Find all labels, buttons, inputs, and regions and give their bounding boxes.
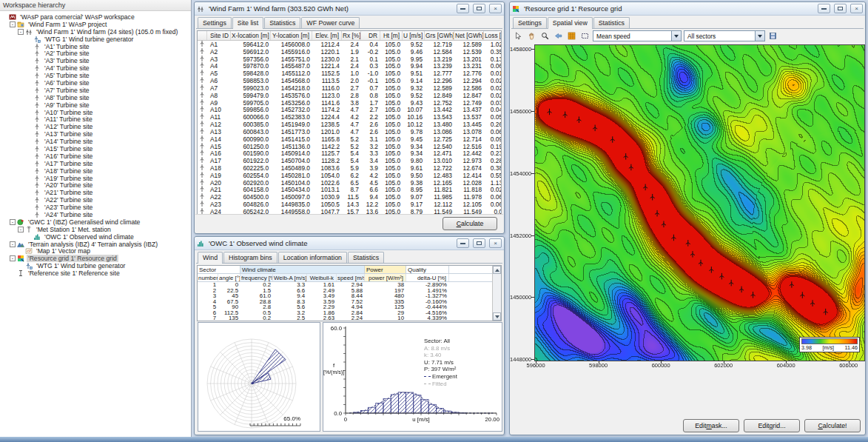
tree-item[interactable]: 'OWC 1' Observed wind climate <box>0 233 191 241</box>
back-arrow-icon[interactable] <box>553 30 564 41</box>
tree-item[interactable]: -'Wind Farm 1' Wind farm (24 sites) (105… <box>0 28 191 36</box>
minimize-icon[interactable] <box>457 4 469 13</box>
zoom-tool-icon[interactable] <box>539 30 551 41</box>
site-list-table[interactable]: Site IDX-location [m]Y-location [m]Elev.… <box>197 30 502 215</box>
tree-item[interactable]: 'A7' Turbine site <box>0 87 191 94</box>
tree-expander[interactable]: - <box>10 219 16 225</box>
table-row[interactable]: 8157.50.22.62.022.29141.569% <box>198 321 501 322</box>
tree-item[interactable]: 'A24' Turbine site <box>0 211 191 218</box>
table-row[interactable]: A20602920.01450104.01022.66.54.5105.09.3… <box>198 179 501 187</box>
table-row[interactable]: A19602554.01450281.01054.06.24.2105.09.5… <box>198 172 501 179</box>
tree-item[interactable]: 'A19' Turbine site <box>0 175 191 182</box>
tree-expander[interactable]: - <box>10 241 16 247</box>
table-row[interactable]: A3597356.01455751.01230.02.10.1105.09.95… <box>198 56 501 63</box>
calculate--button[interactable]: Calculate! <box>804 419 861 432</box>
table-row[interactable]: A1596412.01456008.01212.42.40.4105.09.52… <box>198 41 501 48</box>
table-row[interactable]: A2596912.01455916.01220.11.9-0.2105.09.4… <box>198 48 501 56</box>
table-row[interactable]: A13600843.01451773.01201.04.72.6105.09.7… <box>198 128 501 135</box>
table-row[interactable]: A23604826.01449835.01050.514.312.2105.09… <box>198 201 501 208</box>
tree-item[interactable]: 'A15' Turbine site <box>0 145 191 153</box>
resource-map[interactable] <box>534 44 865 361</box>
close-icon[interactable]: × <box>850 4 863 13</box>
tree-item[interactable]: 'A11' Turbine site <box>0 115 191 123</box>
calculate-button[interactable]: Calculate <box>443 217 497 230</box>
tree-item[interactable]: 'A18' Turbine site <box>0 167 191 175</box>
maximize-icon[interactable] <box>834 4 847 13</box>
table-row[interactable]: A7599023.01454218.01116.02.70.7105.09.32… <box>198 84 501 92</box>
table-row[interactable]: A12600385.01451949.01238.54.72.6105.010.… <box>198 121 501 128</box>
table-row[interactable]: A6598853.01454568.01113.52.0-0.1105.09.1… <box>198 77 501 84</box>
tab-site-list[interactable]: Site list <box>232 17 263 29</box>
tree-item[interactable]: 'WTG 1' Wind turbine generator <box>0 36 191 43</box>
sector-dropdown[interactable]: All sectors <box>684 30 765 41</box>
edit-grid--button[interactable]: Edit grid... <box>744 419 800 432</box>
table-row[interactable]: A18602225.01450489.01083.65.93.9105.09.6… <box>198 164 501 172</box>
grid-view-icon[interactable] <box>566 30 577 41</box>
tree-item[interactable]: 'A14' Turbine site <box>0 138 191 145</box>
maximize-icon[interactable] <box>473 4 485 13</box>
tree-item[interactable]: -'Terrain analysis (IBZ) 4' Terrain anal… <box>0 241 191 248</box>
tree-item[interactable]: -'GWC 1' (IBZ) Generalised wind climate <box>0 218 191 226</box>
tree-item[interactable]: 'WTG 1' Wind turbine generator <box>0 262 191 269</box>
tree-item[interactable]: 'A20' Turbine site <box>0 181 191 189</box>
tab-statistics[interactable]: Statistics <box>593 17 630 28</box>
table-row[interactable]: A8599479.01453576.01123.02.80.8105.09.52… <box>198 92 501 99</box>
close-icon[interactable]: × <box>489 238 502 248</box>
table-row[interactable]: A4597870.01455487.01221.42.40.3105.09.94… <box>198 62 501 70</box>
pan-tool-icon[interactable] <box>526 30 537 41</box>
tree-item[interactable]: 'A2' Turbine site <box>0 50 191 57</box>
maximize-icon[interactable] <box>473 238 485 248</box>
tree-item[interactable]: 'A23' Turbine site <box>0 204 191 211</box>
export-icon[interactable] <box>767 30 778 41</box>
tab-statistics[interactable]: Statistics <box>264 17 300 28</box>
minimize-icon[interactable] <box>457 238 469 248</box>
table-row[interactable]: A22604500.01450097.01030.911.59.4105.09.… <box>198 193 501 201</box>
tree-item[interactable]: -'Wind Farm 1' WAsP project <box>0 21 191 28</box>
tree-item[interactable]: 'A13' Turbine site <box>0 130 191 138</box>
tree-item[interactable]: -'Resource grid 1' Resource grid <box>0 255 191 262</box>
table-row[interactable]: A16601590.01450914.01125.75.43.3105.09.3… <box>198 150 501 157</box>
tree-expander[interactable]: - <box>10 255 16 261</box>
tree-item[interactable]: 'WAsP para comercial' WAsP workspace <box>0 13 191 21</box>
tree-item[interactable]: 'A1' Turbine site <box>0 43 191 50</box>
tree-item[interactable]: 'A3' Turbine site <box>0 57 191 64</box>
edit-mask--button[interactable]: Edit mask... <box>683 419 739 432</box>
tree-item[interactable]: 'A6' Turbine site <box>0 79 191 87</box>
variable-dropdown[interactable]: Mean speed <box>593 30 682 41</box>
close-icon[interactable]: × <box>489 4 502 13</box>
tree-item[interactable]: 'A9' Turbine site <box>0 101 191 109</box>
tree-item[interactable]: 'A17' Turbine site <box>0 160 191 167</box>
tree-item[interactable]: 'Reference site 1' Reference site <box>0 269 191 277</box>
select-area-icon[interactable] <box>579 30 591 41</box>
windfarm-titlebar[interactable]: 'Wind Farm 1' Wind farm (303.520 GWh Net… <box>195 2 504 16</box>
tree-item[interactable]: 'A10' Turbine site <box>0 109 191 116</box>
table-row[interactable]: A15601250.01451136.01142.25.23.2105.09.3… <box>198 143 501 150</box>
table-row[interactable]: A14600990.01451415.01165.85.23.1105.09.4… <box>198 135 501 143</box>
tab-settings[interactable]: Settings <box>198 17 232 28</box>
table-row[interactable]: A9599705.01453256.01141.63.81.7105.09.43… <box>198 99 501 107</box>
table-row[interactable]: A17601922.01450704.01128.25.43.4105.09.8… <box>198 157 501 164</box>
tree-item[interactable]: 'A12' Turbine site <box>0 123 191 130</box>
tree-item[interactable]: 'A21' Turbine site <box>0 189 191 196</box>
tree-item[interactable]: 'A16' Turbine site <box>0 153 191 160</box>
tree-item[interactable]: 'A5' Turbine site <box>0 72 191 79</box>
tab-histogram-bins[interactable]: Histogram bins <box>223 252 277 263</box>
table-row[interactable]: A11600066.01452383.01224.44.22.2105.010.… <box>198 113 501 121</box>
pointer-tool-icon[interactable] <box>513 30 524 41</box>
tree-item[interactable]: 'A8' Turbine site <box>0 94 191 101</box>
tree-expander[interactable]: - <box>10 21 16 27</box>
tree-item[interactable]: 'A22' Turbine site <box>0 196 191 204</box>
tree-item[interactable]: -'Met Station 1' Met. station <box>0 226 191 233</box>
table-row[interactable]: A5598428.01455112.01152.51.0-1.0105.09.5… <box>198 70 501 77</box>
table-scrollbar[interactable] <box>492 266 501 321</box>
tab-statistics[interactable]: Statistics <box>348 252 384 263</box>
tab-wind[interactable]: Wind <box>198 252 223 264</box>
owc-titlebar[interactable]: 'OWC 1' Observed wind climate × <box>195 237 504 250</box>
tree-item[interactable]: 'Map 1' Vector map <box>0 248 191 255</box>
table-row[interactable]: A21604158.01450434.01013.18.76.6105.08.9… <box>198 187 501 194</box>
tab-wf-power-curve[interactable]: WF Power curve <box>301 17 360 28</box>
tree-item[interactable]: 'A4' Turbine site <box>0 64 191 72</box>
tab-settings[interactable]: Settings <box>513 17 547 28</box>
scroll-up-icon[interactable] <box>493 266 501 274</box>
wind-climate-table[interactable]: SectorWind climatePowerQualitynumberangl… <box>197 265 502 321</box>
